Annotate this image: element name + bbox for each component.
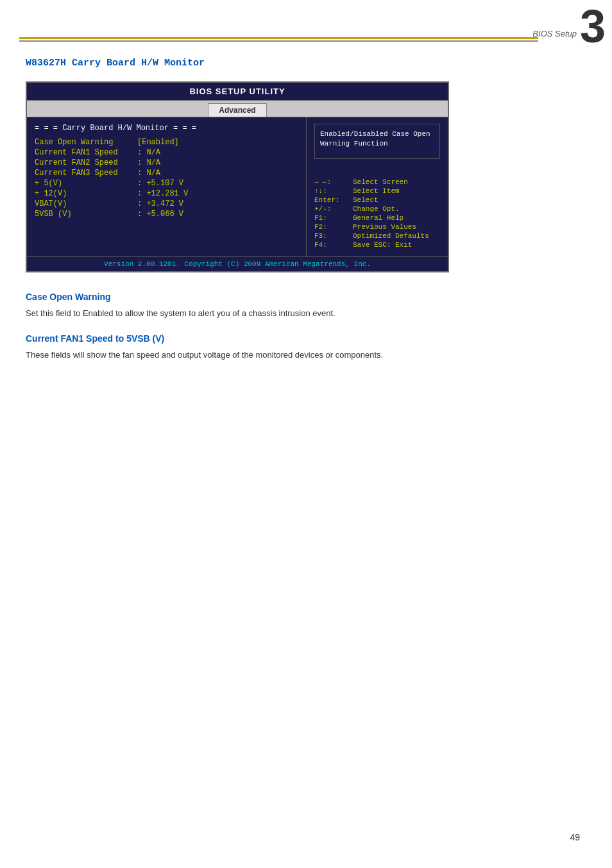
bios-nav-key: F3: <box>314 232 353 240</box>
bios-nav-item: F3: Optimized Defaults <box>314 232 440 240</box>
bios-item-value: : +5.066 V <box>137 210 183 219</box>
bios-item-label: Current FAN2 Speed <box>35 158 137 167</box>
bios-footer: Version 2.00.1201. Copyright (C) 2009 Am… <box>27 256 448 271</box>
chapter-number: 3 <box>580 3 606 49</box>
bios-help-box: Enabled/Disabled Case Open Warning Funct… <box>314 124 440 159</box>
bios-tab-advanced[interactable]: Advanced <box>208 103 266 117</box>
bios-item: 5VSB (V): +5.066 V <box>35 210 298 219</box>
bios-item: Case Open Warning[Enabled] <box>35 138 298 147</box>
bios-item: Current FAN1 Speed: N/A <box>35 148 298 157</box>
section-text: Set this field to Enabled to allow the s… <box>26 307 475 321</box>
bios-nav-key: F1: <box>314 214 353 222</box>
bios-items-container: Case Open Warning[Enabled]Current FAN1 S… <box>35 138 298 219</box>
bios-nav-desc: Previous Values <box>353 223 416 231</box>
bios-item-value: : N/A <box>137 169 160 178</box>
bios-nav-key: Enter: <box>314 196 353 204</box>
bios-item-label: + 12(V) <box>35 189 137 198</box>
bios-nav-desc: Select <box>353 196 378 204</box>
bios-nav-item: → ←:Select Screen <box>314 178 440 186</box>
top-line <box>19 37 538 39</box>
bios-nav-desc: Optimized Defaults <box>353 232 429 240</box>
bios-left-panel: = = = Carry Board H/W Monitor = = = Case… <box>27 117 307 256</box>
bios-nav-item: Enter:Select <box>314 196 440 204</box>
bios-nav-desc: Select Screen <box>353 178 408 186</box>
bios-item-value: : +3.472 V <box>137 199 183 208</box>
bios-nav-desc: Save ESC: Exit <box>353 241 412 249</box>
bios-nav-item: F2: Previous Values <box>314 223 440 231</box>
bios-nav: → ←:Select Screen↑↓: Select ItemEnter:Se… <box>314 178 440 249</box>
bios-item-label: Current FAN1 Speed <box>35 148 137 157</box>
section-heading: Case Open Warning <box>26 292 586 302</box>
bios-item-value: : N/A <box>137 148 160 157</box>
bios-item-label: Current FAN3 Speed <box>35 169 137 178</box>
bios-item: Current FAN2 Speed: N/A <box>35 158 298 167</box>
bios-section-title: = = = Carry Board H/W Monitor = = = <box>35 124 298 133</box>
bios-item-value: : N/A <box>137 158 160 167</box>
bios-tab-bar: Advanced <box>27 101 448 117</box>
bios-item: + 12(V): +12.281 V <box>35 189 298 198</box>
bios-nav-key: ↑↓: <box>314 187 353 195</box>
page-title: W83627H Carry Board H/W Monitor <box>26 58 586 69</box>
top-line-dark <box>19 40 538 42</box>
section-text: These fields will show the fan speed and… <box>26 349 475 362</box>
bios-item-label: Case Open Warning <box>35 138 137 147</box>
bios-nav-item: F1: General Help <box>314 214 440 222</box>
bios-item: VBAT(V): +3.472 V <box>35 199 298 208</box>
bios-item-value: : +12.281 V <box>137 189 188 198</box>
bios-nav-item: ↑↓: Select Item <box>314 187 440 195</box>
bios-setup-label: BIOS Setup <box>532 29 577 38</box>
bios-item-label: 5VSB (V) <box>35 210 137 219</box>
bios-title-bar: BIOS SETUP UTILITY <box>27 83 448 101</box>
bios-item: Current FAN3 Speed: N/A <box>35 169 298 178</box>
bios-setup-utility-box: BIOS SETUP UTILITY Advanced = = = Carry … <box>26 81 449 272</box>
bios-body: = = = Carry Board H/W Monitor = = = Case… <box>27 117 448 256</box>
bios-nav-key: +/-: <box>314 205 353 213</box>
bios-nav-desc: Select Item <box>353 187 400 195</box>
bios-nav-item: F4: Save ESC: Exit <box>314 241 440 249</box>
bios-item-label: VBAT(V) <box>35 199 137 208</box>
bios-nav-key: F4: <box>314 241 353 249</box>
bios-nav-desc: Change Opt. <box>353 205 400 213</box>
page-number: 49 <box>570 832 580 842</box>
main-content: W83627H Carry Board H/W Monitor BIOS SET… <box>0 0 612 400</box>
bios-nav-desc: General Help <box>353 214 404 222</box>
sections-container: Case Open WarningSet this field to Enabl… <box>26 292 586 362</box>
bios-item-value: [Enabled] <box>137 138 179 147</box>
bios-item: + 5(V): +5.107 V <box>35 179 298 188</box>
bios-nav-key: → ←: <box>314 178 353 186</box>
bios-nav-item: +/-: Change Opt. <box>314 205 440 213</box>
bios-right-panel: Enabled/Disabled Case Open Warning Funct… <box>307 117 448 256</box>
bios-nav-key: F2: <box>314 223 353 231</box>
bios-item-label: + 5(V) <box>35 179 137 188</box>
section-heading: Current FAN1 Speed to 5VSB (V) <box>26 333 586 344</box>
bios-help-title: Enabled/Disabled Case Open Warning Funct… <box>320 129 434 149</box>
bios-item-value: : +5.107 V <box>137 179 183 188</box>
